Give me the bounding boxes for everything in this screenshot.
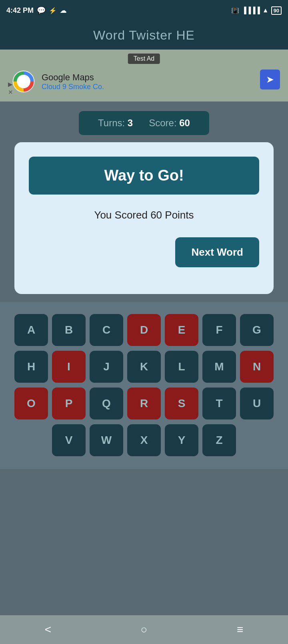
key-y[interactable]: Y [165, 424, 198, 456]
ad-arrow-button[interactable]: ➤ [260, 70, 280, 89]
modal-score-text: You Scored 60 Points [29, 209, 259, 221]
key-d[interactable]: D [127, 314, 161, 346]
key-c[interactable]: C [90, 314, 123, 346]
key-s[interactable]: S [165, 388, 198, 419]
score-label: Score: 60 [149, 117, 190, 129]
modal-title: Way to Go! [104, 167, 184, 184]
menu-button[interactable]: ≡ [237, 623, 243, 636]
ad-label: Test Ad [128, 54, 160, 64]
key-n[interactable]: N [240, 351, 274, 383]
usb-icon: ⚡ [49, 7, 57, 14]
whatsapp-icon: 💬 [37, 6, 46, 15]
ad-subtitle: Cloud 9 Smoke Co. [42, 83, 104, 91]
score-box: Turns: 3 Score: 60 [79, 111, 209, 135]
key-w[interactable]: W [90, 424, 123, 456]
result-modal: Way to Go! You Scored 60 Points Next Wor… [14, 142, 274, 294]
wifi-icon: ▲ [262, 7, 269, 14]
key-x[interactable]: X [127, 424, 161, 456]
next-word-button[interactable]: Next Word [175, 237, 259, 267]
status-time: 4:42 PM 💬 ⚡ ☁ [6, 6, 66, 15]
key-h[interactable]: H [14, 351, 48, 383]
battery-indicator: 90 [271, 6, 282, 15]
key-v[interactable]: V [52, 424, 86, 456]
ad-controls: ▶ ✕ [8, 81, 13, 96]
key-i[interactable]: I [52, 351, 86, 383]
key-a[interactable]: A [14, 314, 48, 346]
key-row: HIJKLMN [8, 351, 280, 383]
key-z[interactable]: Z [202, 424, 236, 456]
ad-company-name: Google Maps [42, 72, 104, 83]
key-b[interactable]: B [52, 314, 86, 346]
back-button[interactable]: < [45, 623, 51, 636]
key-o[interactable]: O [14, 388, 48, 419]
ad-logo-icon [12, 70, 35, 93]
cloud-icon: ☁ [60, 7, 66, 14]
keyboard-area: ABCDEFGHIJKLMNOPQRSTUVWXYZ [0, 302, 288, 469]
key-p[interactable]: P [52, 388, 86, 419]
score-value: 60 [179, 117, 190, 128]
ad-banner[interactable]: Test Ad Google Maps Cloud 9 Smoke Co. ➤ … [0, 50, 288, 101]
key-t[interactable]: T [202, 388, 236, 419]
status-icons: 📳 ▐▐▐▐ ▲ 90 [231, 6, 282, 15]
status-bar: 4:42 PM 💬 ⚡ ☁ 📳 ▐▐▐▐ ▲ 90 [0, 0, 288, 21]
ad-text: Google Maps Cloud 9 Smoke Co. [42, 72, 104, 91]
key-row: ABCDEFG [8, 314, 280, 346]
key-row: VWXYZ [8, 424, 280, 456]
key-row: OPQRSTU [8, 388, 280, 419]
turns-value: 3 [128, 117, 133, 128]
key-m[interactable]: M [202, 351, 236, 383]
ad-play-icon[interactable]: ▶ [8, 81, 13, 88]
modal-title-box: Way to Go! [29, 157, 259, 195]
vibrate-icon: 📳 [231, 7, 239, 14]
app-header: Word Twister HE [0, 21, 288, 50]
signal-icon: ▐▐▐▐ [242, 7, 260, 14]
key-f[interactable]: F [202, 314, 236, 346]
time-label: 4:42 PM [6, 6, 34, 15]
score-bar: Turns: 3 Score: 60 [0, 101, 288, 142]
key-g[interactable]: G [240, 314, 274, 346]
nav-bar: < ○ ≡ [0, 615, 288, 644]
turns-label: Turns: 3 [98, 117, 133, 129]
key-k[interactable]: K [127, 351, 161, 383]
key-u[interactable]: U [240, 388, 274, 419]
key-l[interactable]: L [165, 351, 198, 383]
home-button[interactable]: ○ [141, 623, 148, 636]
keyboard-rows: ABCDEFGHIJKLMNOPQRSTUVWXYZ [8, 314, 280, 456]
key-q[interactable]: Q [90, 388, 123, 419]
key-j[interactable]: J [90, 351, 123, 383]
ad-close-icon[interactable]: ✕ [8, 89, 13, 96]
app-title: Word Twister HE [93, 28, 195, 43]
key-r[interactable]: R [127, 388, 161, 419]
key-e[interactable]: E [165, 314, 198, 346]
